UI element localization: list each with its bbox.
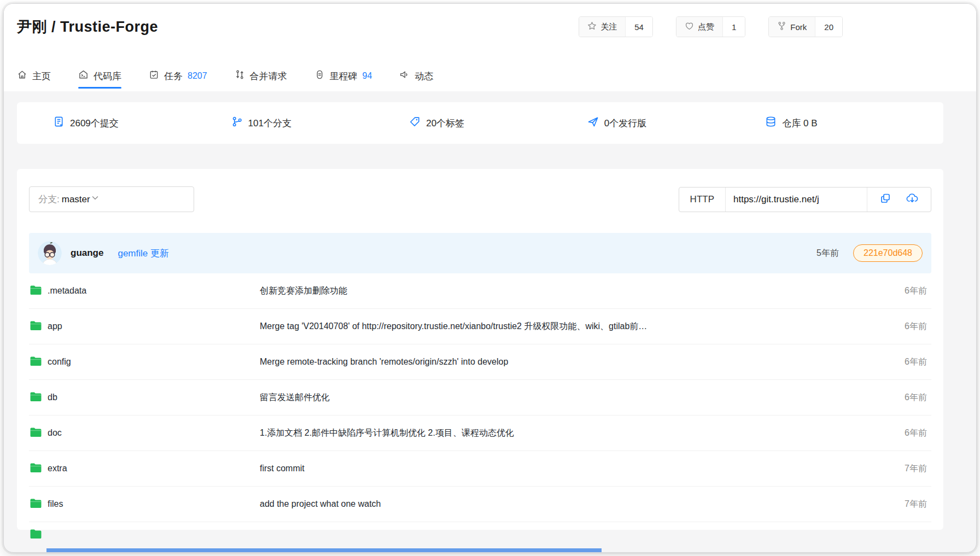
folder-icon	[30, 498, 42, 511]
folder-icon	[30, 320, 42, 333]
commit-time: 5年前	[816, 248, 839, 259]
branch-icon	[231, 116, 243, 130]
table-row: extra first commit 7年前	[29, 451, 931, 487]
folder-icon	[30, 427, 42, 440]
table-row: db 留言发送邮件优化 6年前	[29, 380, 931, 415]
table-row: files add the project what one watch 7年前	[29, 487, 931, 522]
file-commit-message[interactable]: 创新竞赛添加删除功能	[260, 285, 866, 297]
chevron-down-icon	[90, 193, 100, 206]
file-commit-time: 6年前	[866, 428, 931, 439]
file-commit-time: 7年前	[866, 499, 931, 510]
table-row: app Merge tag 'V20140708' of http://repo…	[29, 309, 931, 344]
latest-commit-bar: guange gemfile 更新 5年前 221e70d648	[29, 233, 931, 273]
file-commit-message[interactable]: 留言发送邮件优化	[260, 392, 866, 403]
repo-toolbar: 分支: master HTTP	[17, 169, 943, 212]
like-button[interactable]: 点赞 1	[676, 16, 745, 37]
file-name[interactable]: doc	[48, 428, 62, 438]
like-label: 点赞	[698, 22, 714, 32]
file-commit-message[interactable]: first commit	[260, 464, 866, 473]
commit-sha-badge[interactable]: 221e70d648	[853, 244, 923, 262]
repo-tabs: 主页 代码库 任务 8207 合并请求 里程碑 94 动态	[17, 69, 433, 91]
folder-icon	[30, 285, 42, 297]
file-commit-time: 6年前	[866, 285, 931, 297]
star-icon	[587, 21, 597, 32]
repo-header: 尹刚 / Trustie-Forge 关注 54 点赞 1 Fork	[4, 4, 976, 91]
repo-actions: 关注 54 点赞 1 Fork 20	[579, 16, 843, 37]
copy-icon[interactable]	[879, 192, 891, 207]
folder-icon	[30, 356, 42, 368]
tag-icon	[409, 116, 421, 130]
tab-milestones[interactable]: 里程碑 94	[314, 69, 372, 91]
file-commit-time: 6年前	[866, 392, 931, 403]
file-commit-time: 6年前	[866, 321, 931, 332]
folder-icon[interactable]	[30, 529, 42, 541]
code-repo-icon	[78, 69, 89, 83]
clone-url-group: HTTP	[679, 187, 931, 212]
protocol-button[interactable]: HTTP	[679, 188, 726, 212]
watch-button[interactable]: 关注 54	[579, 16, 653, 37]
commit-icon	[53, 116, 65, 130]
fork-button[interactable]: Fork 20	[768, 16, 843, 37]
activity-icon	[399, 69, 410, 83]
branch-label: 分支:	[38, 193, 60, 206]
file-commit-time: 7年前	[866, 463, 931, 475]
tab-merge-requests[interactable]: 合并请求	[235, 69, 287, 91]
commit-message-link[interactable]: gemfile 更新	[118, 247, 169, 260]
file-name[interactable]: app	[48, 321, 62, 331]
tab-home[interactable]: 主页	[17, 69, 51, 91]
home-icon	[17, 69, 27, 83]
file-commit-message[interactable]: add the project what one watch	[260, 499, 866, 509]
tab-activity[interactable]: 动态	[399, 69, 433, 91]
file-table: .metadata 创新竞赛添加删除功能 6年前 app Merge tag '…	[29, 273, 931, 544]
table-row-partial	[29, 522, 931, 544]
app-window: 尹刚 / Trustie-Forge 关注 54 点赞 1 Fork	[3, 3, 977, 553]
fork-count[interactable]: 20	[815, 17, 842, 37]
commit-author[interactable]: guange	[71, 248, 103, 259]
branch-value: master	[62, 194, 90, 205]
merge-request-icon	[235, 69, 245, 83]
repo-browser-card: 分支: master HTTP	[17, 169, 943, 530]
stat-commits[interactable]: 2609个提交	[53, 116, 231, 130]
download-icon[interactable]	[906, 192, 919, 207]
page-title: 尹刚 / Trustie-Forge	[17, 17, 158, 37]
table-row: doc 1.添加文档 2.邮件中缺陷序号计算机制优化 2.项目、课程动态优化 6…	[29, 415, 931, 451]
repo-stats-bar: 2609个提交 101个分支 20个标签 0个发行版 仓库 0 B	[17, 102, 943, 144]
avatar[interactable]	[38, 241, 62, 265]
heart-icon	[685, 21, 694, 32]
stat-storage[interactable]: 仓库 0 B	[765, 116, 943, 130]
fork-icon	[777, 21, 786, 32]
file-name[interactable]: db	[48, 393, 57, 402]
file-commit-time: 6年前	[866, 356, 931, 368]
task-icon	[149, 69, 159, 83]
storage-icon	[765, 116, 777, 130]
stat-releases[interactable]: 0个发行版	[587, 116, 766, 130]
release-icon	[587, 116, 599, 130]
file-name[interactable]: files	[48, 499, 63, 509]
clone-url-input[interactable]	[726, 188, 867, 212]
tab-code-repo[interactable]: 代码库	[78, 69, 121, 91]
file-name[interactable]: extra	[48, 464, 67, 473]
fork-label: Fork	[790, 22, 807, 32]
stat-branches[interactable]: 101个分支	[231, 116, 410, 130]
tasks-count-badge: 8207	[188, 71, 207, 81]
file-commit-message[interactable]: Merge tag 'V20140708' of http://reposito…	[260, 321, 866, 332]
folder-icon	[30, 463, 42, 475]
watch-count[interactable]: 54	[625, 17, 652, 37]
milestones-count-badge: 94	[363, 71, 372, 81]
file-name[interactable]: config	[48, 357, 71, 367]
stat-tags[interactable]: 20个标签	[409, 116, 587, 130]
folder-icon	[30, 391, 42, 404]
file-name[interactable]: .metadata	[48, 286, 86, 296]
like-count[interactable]: 1	[722, 17, 745, 37]
watch-label: 关注	[600, 22, 617, 32]
tab-tasks[interactable]: 任务 8207	[149, 69, 207, 91]
bottom-edge-artifact	[46, 548, 602, 552]
branch-selector[interactable]: 分支: master	[29, 186, 194, 212]
table-row: config Merge remote-tracking branch 'rem…	[29, 344, 931, 380]
milestone-icon	[314, 69, 325, 83]
table-row: .metadata 创新竞赛添加删除功能 6年前	[29, 273, 931, 309]
file-commit-message[interactable]: 1.添加文档 2.邮件中缺陷序号计算机制优化 2.项目、课程动态优化	[260, 428, 866, 439]
file-commit-message[interactable]: Merge remote-tracking branch 'remotes/or…	[260, 357, 866, 367]
